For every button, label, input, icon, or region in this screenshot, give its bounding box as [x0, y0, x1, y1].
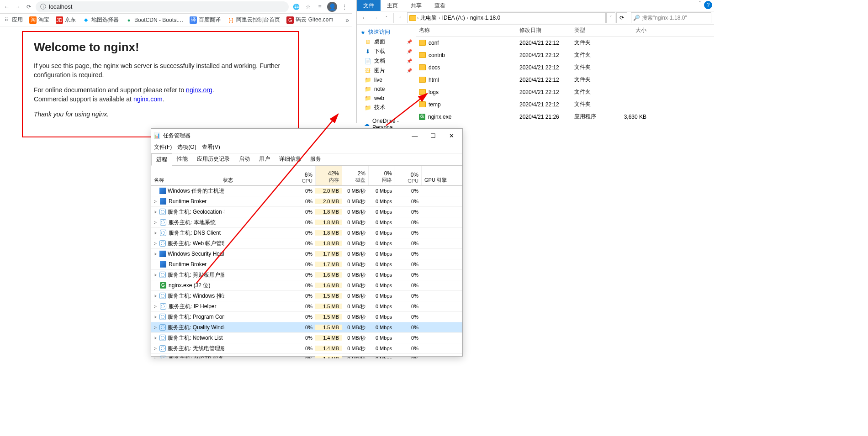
path-bar[interactable]: › 此电脑›IDEA (A:)›nginx-1.18.0	[407, 12, 606, 23]
tm-tab[interactable]: 服务	[306, 153, 326, 165]
reload-icon[interactable]: ⟳	[25, 3, 33, 11]
tree-item[interactable]: 📄文档📌	[357, 56, 416, 66]
tm-tab[interactable]: 用户	[254, 153, 275, 165]
bookmark-item[interactable]: ⠿应用	[3, 16, 23, 24]
file-row[interactable]: contrib2020/4/21 22:12文件夹	[416, 49, 714, 61]
process-row[interactable]: Runtime Broker0%1.7 MB0 MB/秒0 Mbps0%	[151, 259, 462, 270]
col-gpu-engine[interactable]: GPU 引擎	[421, 166, 462, 185]
col-mem[interactable]: 42%内存	[315, 166, 342, 185]
bookmark-item[interactable]: 译百度翻译	[190, 16, 221, 24]
nginx-com-link[interactable]: nginx.com	[133, 95, 163, 103]
menu-item[interactable]: 选项(O)	[177, 143, 196, 151]
back-icon[interactable]: ←	[3, 3, 11, 11]
close-button[interactable]: ✕	[442, 129, 460, 142]
process-row[interactable]: >服务主机: 剪贴板用户服务_877…0%1.6 MB0 MB/秒0 Mbps0…	[151, 270, 462, 280]
info-icon[interactable]: ⓘ	[40, 3, 46, 11]
process-row[interactable]: Gnginx.exe (32 位)0%1.6 MB0 MB/秒0 Mbps0%	[151, 280, 462, 291]
col-size[interactable]: 大小	[617, 25, 654, 36]
process-row[interactable]: Windows 任务的主机进程0%2.0 MB0 MB/秒0 Mbps0%	[151, 186, 462, 196]
tree-item[interactable]: 📁web	[357, 94, 416, 103]
tree-item[interactable]: ⬇下载📌	[357, 47, 416, 56]
tree-item[interactable]: 🖼图片📌	[357, 66, 416, 75]
refresh-icon[interactable]: ⟳	[616, 12, 627, 23]
reading-list-icon[interactable]: ≡	[315, 2, 324, 11]
process-row[interactable]: >服务主机: Network List Service0%1.4 MB0 MB/…	[151, 333, 462, 343]
file-row[interactable]: html2020/4/21 22:12文件夹	[416, 74, 714, 86]
expand-icon[interactable]: >	[151, 220, 159, 225]
col-name[interactable]: 名称	[416, 25, 517, 36]
nav-back-icon[interactable]: ←	[360, 13, 370, 23]
expand-icon[interactable]: >	[151, 273, 159, 278]
menu-item[interactable]: 文件(F)	[154, 143, 172, 151]
col-disk[interactable]: 2%磁盘	[342, 166, 368, 185]
bookmark-item[interactable]: ◆地图选择器	[82, 16, 119, 24]
tree-item[interactable]: 🖥桌面📌	[357, 37, 416, 47]
col-cpu[interactable]: 6%CPU	[289, 166, 315, 185]
expand-icon[interactable]: >	[151, 325, 159, 330]
process-row[interactable]: >服务主机: Web 帐户管理器0%1.8 MB0 MB/秒0 Mbps0%	[151, 238, 462, 249]
expand-icon[interactable]: >	[151, 315, 159, 320]
tm-tab[interactable]: 启动	[234, 153, 254, 165]
bookmark-item[interactable]: ●BootCDN - Bootst…	[125, 16, 183, 24]
bookmark-item[interactable]: 淘淘宝	[29, 16, 49, 24]
tm-titlebar[interactable]: 📊 任务管理器 — ☐ ✕	[151, 129, 462, 142]
translate-icon[interactable]: 🌐	[291, 2, 301, 11]
col-gpu[interactable]: 0%GPU	[395, 166, 421, 185]
bookmarks-overflow-icon[interactable]: »	[345, 16, 349, 24]
path-segment[interactable]: IDEA (A:)	[441, 15, 466, 21]
expand-icon[interactable]: >	[151, 252, 159, 257]
process-row[interactable]: >Runtime Broker0%2.0 MB0 MB/秒0 Mbps0%	[151, 196, 462, 207]
process-row[interactable]: >服务主机: Geolocation Service0%1.8 MB0 MB/秒…	[151, 207, 462, 217]
search-box[interactable]: 🔍 搜索"nginx-1.18.0"	[631, 12, 711, 23]
file-row[interactable]: logs2020/4/21 22:12文件夹	[416, 86, 714, 98]
bookmark-item[interactable]: G码云 Gitee.com	[286, 16, 333, 24]
col-net[interactable]: 0%网络	[368, 166, 395, 185]
menu-icon[interactable]: ⋮	[340, 2, 349, 11]
col-type[interactable]: 类型	[572, 25, 617, 36]
help-icon[interactable]: ?	[704, 1, 712, 9]
ribbon-minimize-icon[interactable]: ˇ	[699, 1, 701, 7]
tree-item[interactable]: 📁live	[357, 75, 416, 84]
bookmark-item[interactable]: [-]阿里云控制台首页	[227, 16, 280, 24]
col-date[interactable]: 修改日期	[517, 25, 572, 36]
tree-item[interactable]: 📁技术	[357, 103, 416, 112]
nginx-org-link[interactable]: nginx.org	[186, 86, 212, 94]
tm-tab[interactable]: 详细信息	[275, 153, 306, 165]
tree-item[interactable]: 📁note	[357, 84, 416, 94]
ribbon-tab[interactable]: 查看	[428, 0, 452, 11]
path-segment[interactable]: 此电脑	[419, 14, 438, 22]
path-segment[interactable]: nginx-1.18.0	[469, 15, 501, 21]
bookmark-item[interactable]: JD京东	[56, 16, 76, 24]
expand-icon[interactable]: >	[151, 210, 159, 215]
expand-icon[interactable]: >	[151, 231, 159, 236]
file-row[interactable]: conf2020/4/21 22:12文件夹	[416, 37, 714, 49]
forward-icon[interactable]: →	[14, 3, 22, 11]
expand-icon[interactable]: >	[151, 294, 159, 299]
nav-fwd-icon[interactable]: →	[370, 13, 381, 23]
address-bar[interactable]: ⓘ localhost	[36, 1, 289, 12]
process-row[interactable]: >服务主机: Program Compatib…0%1.5 MB0 MB/秒0 …	[151, 312, 462, 322]
process-row[interactable]: >服务主机: 无线电管理服务0%1.4 MB0 MB/秒0 Mbps0%	[151, 343, 462, 354]
process-row[interactable]: >服务主机: Quality Windows A…0%1.5 MB0 MB/秒0…	[151, 322, 462, 333]
quick-access[interactable]: ★快速访问	[357, 27, 416, 37]
nav-up-icon[interactable]: ↑	[393, 13, 403, 23]
tm-tab[interactable]: 性能	[172, 153, 192, 165]
process-row[interactable]: >服务主机: IP Helper0%1.5 MB0 MB/秒0 Mbps0%	[151, 301, 462, 312]
tm-tab[interactable]: 进程	[151, 153, 172, 166]
expand-icon[interactable]: >	[151, 346, 159, 351]
expand-icon[interactable]: >	[151, 304, 159, 309]
file-row[interactable]: docs2020/4/21 22:12文件夹	[416, 61, 714, 74]
profile-icon[interactable]: 👤	[327, 2, 337, 12]
expand-icon[interactable]: >	[151, 336, 159, 341]
ribbon-tab[interactable]: 主页	[381, 0, 404, 11]
expand-icon[interactable]: >	[151, 357, 159, 359]
minimize-button[interactable]: —	[406, 129, 424, 142]
list-header[interactable]: 名称 修改日期 类型 大小	[416, 25, 714, 37]
process-row[interactable]: >服务主机: DNS Client0%1.8 MB0 MB/秒0 Mbps0%	[151, 228, 462, 238]
file-row[interactable]: Gnginx.exe2020/4/21 21:26应用程序3,630 KB	[416, 110, 714, 123]
process-row[interactable]: >服务主机: 本地系统0%1.8 MB0 MB/秒0 Mbps0%	[151, 217, 462, 228]
col-name[interactable]: 名称	[151, 166, 220, 185]
tm-tab[interactable]: 应用历史记录	[192, 153, 234, 165]
path-dropdown-icon[interactable]: ˇ	[606, 12, 615, 23]
process-row[interactable]: >服务主机: Windows 推送通知…0%1.5 MB0 MB/秒0 Mbps…	[151, 291, 462, 301]
